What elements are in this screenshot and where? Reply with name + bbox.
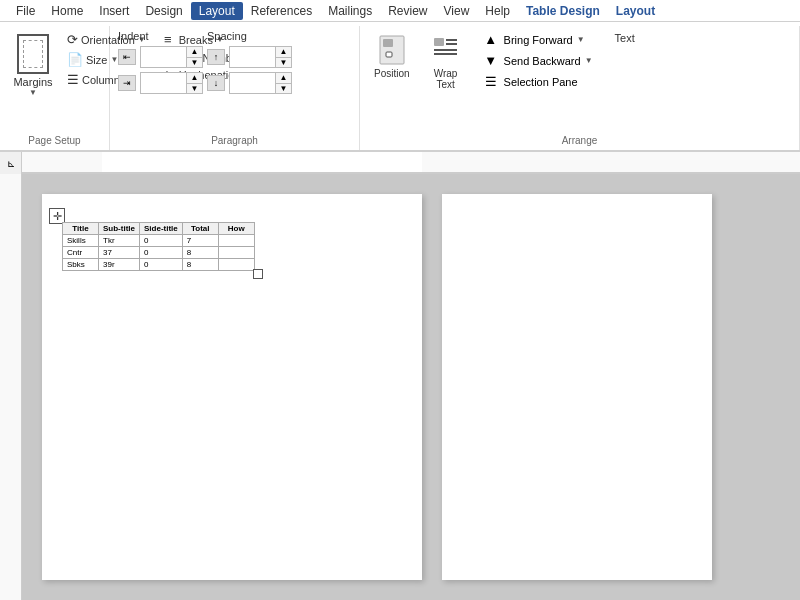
bring-forward-button[interactable]: ▲ Bring Forward ▼	[476, 30, 599, 49]
table-row: Cntr 37 0 8	[63, 247, 255, 259]
ruler-svg: // Will be rendered via JS below	[22, 152, 800, 173]
ruler-horizontal: // Will be rendered via JS below	[22, 152, 800, 173]
arrange-right-buttons: ▲ Bring Forward ▼ ▼ Send Backward ▼ ☰ Se…	[476, 30, 599, 91]
bring-forward-label: Bring Forward	[504, 34, 573, 46]
indent-right-input[interactable]: 0"	[141, 73, 186, 93]
menu-references[interactable]: References	[243, 2, 320, 20]
spacing-after-spinbox[interactable]: 0 pt ▲ ▼	[229, 72, 292, 94]
spacing-after-icon: ↓	[207, 75, 225, 91]
cell-1-4	[218, 247, 254, 259]
position-icon	[376, 34, 408, 66]
spacing-before-row: ↑ 0 pt ▲ ▼	[207, 46, 292, 68]
position-button[interactable]: Position	[368, 30, 416, 83]
spacing-before-icon: ↑	[207, 49, 225, 65]
menu-help[interactable]: Help	[477, 2, 518, 20]
table-resize-handle[interactable]	[253, 269, 263, 279]
send-backward-button[interactable]: ▼ Send Backward ▼	[476, 51, 599, 70]
selection-pane-label: Selection Pane	[504, 76, 578, 88]
paragraph-group: Indent ⇤ 0" ▲ ▼ ⇥ 0"	[110, 26, 360, 150]
ruler-area: ⊾ // Will be rendered via JS below	[0, 152, 800, 174]
columns-icon: ☰	[67, 72, 79, 87]
spacing-label: Spacing	[207, 30, 292, 42]
main-area: ✛ Title Sub-title Side-title Total How	[0, 174, 800, 600]
document-area[interactable]: ✛ Title Sub-title Side-title Total How	[22, 174, 800, 600]
indent-right-up[interactable]: ▲	[187, 73, 202, 84]
cell-0-0: Skills	[63, 235, 99, 247]
text-label: Text	[611, 30, 639, 46]
spacing-section: Spacing ↑ 0 pt ▲ ▼ ↓ 0 pt	[207, 30, 292, 96]
cell-0-2: 0	[140, 235, 183, 247]
indent-left-up[interactable]: ▲	[187, 47, 202, 58]
send-backward-icon: ▼	[482, 53, 500, 68]
menu-review[interactable]: Review	[380, 2, 435, 20]
spacing-after-up[interactable]: ▲	[276, 73, 291, 84]
page-setup-group: Margins ▼ ⟳ Orientation ▼ 📄 Size ▼ ☰ Col…	[0, 26, 110, 150]
page-2	[442, 194, 712, 580]
bring-forward-icon: ▲	[482, 32, 500, 47]
svg-rect-10	[0, 174, 22, 600]
cell-1-3: 8	[182, 247, 218, 259]
cell-2-0: Sbks	[63, 259, 99, 271]
page-1: ✛ Title Sub-title Side-title Total How	[42, 194, 422, 580]
document-table[interactable]: Title Sub-title Side-title Total How Ski…	[62, 222, 255, 271]
table-row: Skills Tkr 0 7	[63, 235, 255, 247]
menu-mailings[interactable]: Mailings	[320, 2, 380, 20]
page-setup-label: Page Setup	[0, 135, 109, 146]
wrap-text-button[interactable]: Wrap Text	[424, 30, 468, 94]
menu-view[interactable]: View	[436, 2, 478, 20]
indent-right-arrows: ▲ ▼	[186, 73, 202, 93]
cell-0-3: 7	[182, 235, 218, 247]
spacing-after-input[interactable]: 0 pt	[230, 73, 275, 93]
menu-table-design[interactable]: Table Design	[518, 2, 608, 20]
cell-2-4	[218, 259, 254, 271]
size-label: Size	[86, 54, 107, 66]
cell-0-1: Tkr	[99, 235, 140, 247]
menu-file[interactable]: File	[8, 2, 43, 20]
menu-design[interactable]: Design	[137, 2, 190, 20]
indent-left-spinbox[interactable]: 0" ▲ ▼	[140, 46, 203, 68]
indent-left-arrows: ▲ ▼	[186, 47, 202, 67]
bring-forward-arrow: ▼	[577, 35, 585, 44]
size-icon: 📄	[67, 52, 83, 67]
indent-right-down[interactable]: ▼	[187, 84, 202, 94]
cell-2-1: 39r	[99, 259, 140, 271]
cell-1-1: 37	[99, 247, 140, 259]
indent-right-row: ⇥ 0" ▲ ▼	[118, 72, 203, 94]
ruler-corner: ⊾	[0, 152, 22, 174]
indent-label: Indent	[118, 30, 203, 42]
arrange-label: Arrange	[360, 135, 799, 146]
menu-home[interactable]: Home	[43, 2, 91, 20]
position-label: Position	[374, 68, 410, 79]
text-wrap-extra: Text	[611, 30, 639, 46]
spacing-before-down[interactable]: ▼	[276, 58, 291, 68]
svg-rect-2	[386, 52, 392, 57]
indent-left-input[interactable]: 0"	[141, 47, 186, 67]
table-header-total: Total	[182, 223, 218, 235]
wrap-text-label: Wrap Text	[434, 68, 458, 90]
margins-button[interactable]: Margins ▼	[8, 30, 58, 101]
paragraph-label: Paragraph	[110, 135, 359, 146]
spacing-before-input[interactable]: 0 pt	[230, 47, 275, 67]
spacing-before-spinbox[interactable]: 0 pt ▲ ▼	[229, 46, 292, 68]
ruler-vertical	[0, 174, 22, 600]
spacing-before-arrows: ▲ ▼	[275, 47, 291, 67]
spacing-before-up[interactable]: ▲	[276, 47, 291, 58]
selection-pane-button[interactable]: ☰ Selection Pane	[476, 72, 599, 91]
margins-label: Margins	[13, 76, 52, 88]
indent-right-spinbox[interactable]: 0" ▲ ▼	[140, 72, 203, 94]
menu-layout-table[interactable]: Layout	[608, 2, 663, 20]
menu-bar: File Home Insert Design Layout Reference…	[0, 0, 800, 22]
orientation-icon: ⟳	[67, 32, 78, 47]
menu-insert[interactable]: Insert	[91, 2, 137, 20]
indent-left-down[interactable]: ▼	[187, 58, 202, 68]
spacing-after-down[interactable]: ▼	[276, 84, 291, 94]
menu-layout[interactable]: Layout	[191, 2, 243, 20]
selection-pane-icon: ☰	[482, 74, 500, 89]
table-header-sidetitle: Side-title	[140, 223, 183, 235]
spacing-after-arrows: ▲ ▼	[275, 73, 291, 93]
cell-2-3: 8	[182, 259, 218, 271]
spacing-after-row: ↓ 0 pt ▲ ▼	[207, 72, 292, 94]
table-header-how: How	[218, 223, 254, 235]
wrap-text-icon	[430, 34, 462, 66]
arrange-content: Position Wrap Text ▲	[368, 30, 791, 94]
